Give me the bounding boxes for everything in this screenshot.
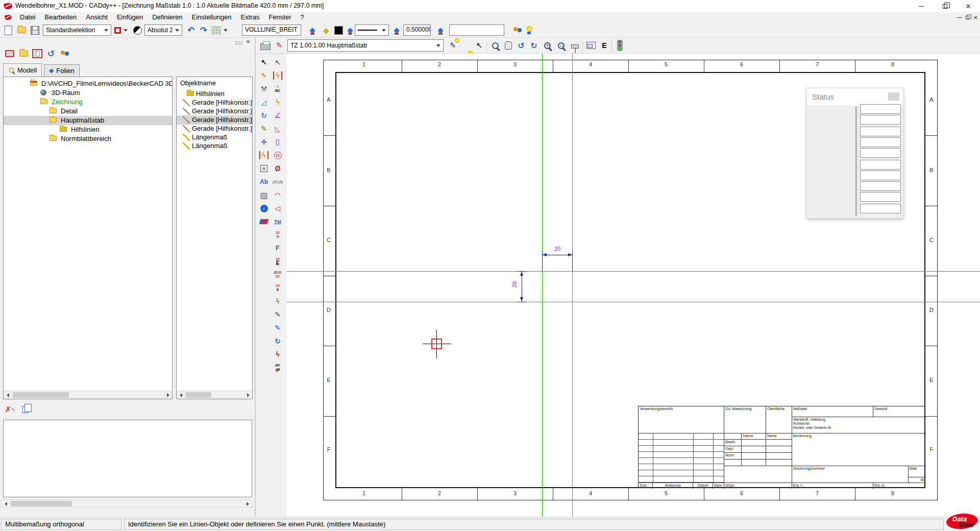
scroll-right-icon[interactable] [243,500,252,508]
menu-bearbeiten[interactable]: Bearbeiten [40,12,81,22]
transform-button[interactable]: ↻ [258,109,270,122]
info-button[interactable]: i [258,202,270,214]
object-item-gerade-3[interactable]: Gerade [Hilfskonstr.] [177,115,252,125]
zoom-sheet-button[interactable]: ▭ [554,39,568,52]
dim-update-button[interactable]: ↻ [272,335,284,347]
draw-button[interactable]: ✎ [258,69,270,82]
modify-tools-button[interactable]: ⚒ [258,83,270,95]
selection-color-button[interactable] [113,24,131,36]
dim-edit-button[interactable]: ✎ [272,308,284,321]
construction-button[interactable]: ✛ [258,136,270,148]
redo-button[interactable]: ↷ [198,24,210,36]
object-item-gerade-4[interactable]: Gerade [Hilfskonstr.] [177,124,252,133]
scroll-right-icon[interactable] [244,391,252,399]
color-swatch-button[interactable] [333,24,344,36]
construction-line-vertical[interactable] [572,54,573,517]
erase-button[interactable] [258,215,270,228]
tree-item-hilfslinien[interactable]: Hilfslinien [4,125,172,134]
team-button[interactable] [58,47,71,60]
line-style-combo[interactable] [355,25,389,36]
close-button[interactable]: ✕ [957,0,980,12]
dim-chamfer-button[interactable]: ◺ [272,123,284,135]
zoom-next-button[interactable]: ↻ [528,39,540,52]
construction-line-vertical[interactable] [542,54,543,517]
line-width-input[interactable]: 0.500000 [403,25,431,36]
status-field[interactable] [860,160,901,170]
save-button[interactable] [29,24,41,36]
menu-datei[interactable]: Datei [15,12,40,22]
dim-angle-button[interactable]: ∠ [272,109,284,122]
dim-edit-geometry-button[interactable]: ✎ [272,322,284,334]
status-field[interactable] [860,192,901,202]
dim-edit-value-button[interactable]: 10E [272,255,284,268]
scroll-left-icon[interactable] [177,391,185,399]
draw-light-button[interactable]: ✎ [447,39,459,52]
redraw-button[interactable] [568,39,581,52]
undo-button[interactable]: ↶ [185,24,197,36]
menu-ansicht[interactable]: Ansicht [81,12,112,22]
dim-tolerance-button[interactable]: 100 [272,282,284,294]
zoom-previous-button[interactable]: ↺ [515,39,527,52]
grab-button[interactable] [31,47,44,60]
dim-prefix-button[interactable]: F [272,242,284,254]
menu-definieren[interactable]: Definieren [148,12,187,22]
object-item-laengenmass-1[interactable]: Längenmaß [177,133,252,142]
layer-fill-button[interactable]: ◆ [306,24,318,36]
dim-diameter-button[interactable]: Ø [272,162,284,175]
status-field[interactable] [860,115,901,125]
hatch-button[interactable]: ▨ [258,189,270,201]
panel-close-button[interactable]: ✕ [246,39,250,44]
snap-status-button[interactable] [614,39,626,52]
layer-width-button[interactable]: ◆ [435,24,446,36]
select-dim-button[interactable]: ↖ [272,56,284,68]
menu-extras[interactable]: Extras [236,12,264,22]
panel-grip[interactable] [235,41,243,45]
status-field[interactable] [860,137,901,147]
copy-list-button[interactable] [19,403,32,416]
tab-folien[interactable]: ◆ Folien [44,64,80,77]
layer-color-button[interactable]: ◆ [345,24,355,36]
scrollbar-thumb[interactable] [13,392,69,398]
assistant-button[interactable] [524,24,534,36]
symbol-button[interactable]: A [258,162,270,175]
dim-taper-button[interactable]: ◁ [272,202,284,214]
dim-leader-text-button[interactable]: Txt [272,215,284,228]
message-output-box[interactable] [3,420,252,497]
status-field[interactable] [860,181,901,191]
sketch-button[interactable]: ✎ [258,123,270,135]
dim-chain-button[interactable]: ϟ [272,69,284,82]
status-field[interactable] [860,104,901,114]
status-field[interactable] [860,171,901,180]
tree-item-zeichnung[interactable]: Zeichnung [4,98,172,107]
status-panel-close-button[interactable] [888,92,899,101]
viewports-button[interactable] [584,39,598,52]
app-menu-icon[interactable] [5,14,12,20]
text-button[interactable]: Ab [258,176,270,188]
scrollbar-thumb[interactable] [186,392,211,398]
dimension-value-horizontal[interactable]: 20 [542,246,573,252]
dim-single-button[interactable]: ϟ [272,96,284,108]
menu-help[interactable]: ? [296,12,308,22]
dimension-value-vertical[interactable]: 20 [511,279,518,289]
coordinate-mode-combo[interactable]: Absolut 2D [144,25,182,36]
panel-horizontal-scrollbar[interactable] [1,499,252,508]
tree-horizontal-scrollbar[interactable] [4,391,172,399]
menu-fenster[interactable]: Fenster [264,12,296,22]
object-item-hilfslinien[interactable]: Hilfslinien [177,89,252,99]
scroll-left-icon[interactable] [2,500,10,508]
pan-button[interactable] [502,39,515,52]
tree-item-hauptmassstab[interactable]: Hauptmaßstab [4,116,172,125]
status-panel[interactable]: Status [806,88,903,219]
dim-delete-button[interactable]: ϟ [272,348,284,360]
dim-coordinate-button[interactable]: (10,15) [272,176,284,188]
scroll-right-icon[interactable] [164,391,172,399]
rotate-view-button[interactable]: ↺ [44,47,58,60]
print-select-button[interactable]: ↖ [473,39,485,52]
geometry-tools-button[interactable]: ◿ [258,96,270,108]
status-field[interactable] [860,148,901,158]
select-button[interactable]: ↖ [258,56,270,68]
layer-linestyle-button[interactable]: ◆ [391,24,402,36]
mdi-minimize-button[interactable] [955,14,963,21]
dim-arc-button[interactable]: ◠ [272,189,284,201]
tab-modell[interactable]: Modell [3,63,42,77]
